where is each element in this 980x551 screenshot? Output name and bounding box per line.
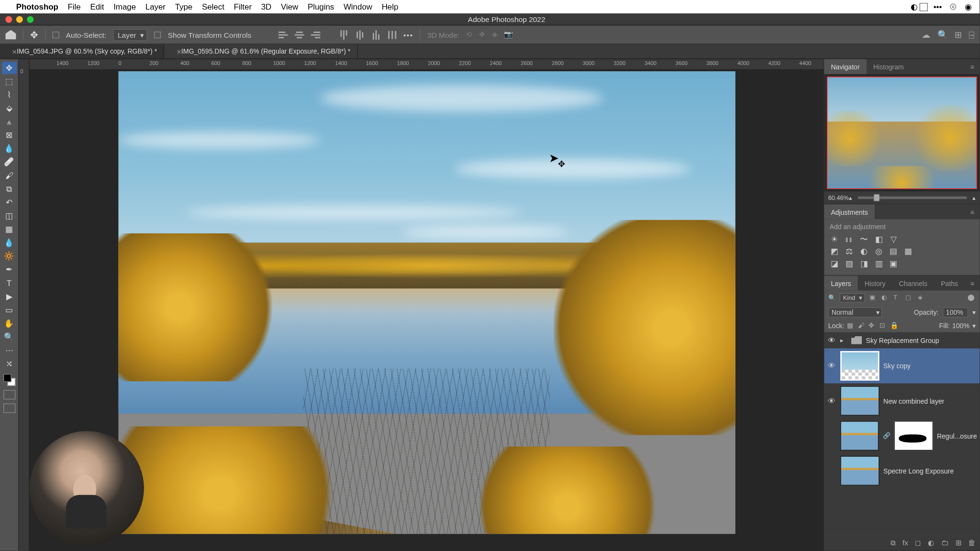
healing-brush-tool[interactable]: 🩹 — [2, 156, 17, 168]
close-tab-icon[interactable]: × — [12, 47, 17, 56]
zoom-slider[interactable] — [858, 197, 967, 199]
lock-pixels-icon[interactable]: 🖌 — [858, 321, 866, 330]
layer-mask-icon[interactable]: ◻ — [915, 539, 921, 547]
rectangle-tool[interactable]: ▭ — [2, 304, 17, 316]
share-icon[interactable]: ⍈ — [969, 30, 974, 40]
hand-tool[interactable]: ✋ — [2, 318, 17, 330]
search-icon[interactable]: 🔍 — [937, 30, 948, 40]
control-center-icon[interactable]: ⦾ — [950, 2, 957, 11]
brush-tool[interactable]: 🖌 — [2, 169, 17, 181]
filter-toggle-icon[interactable]: ⬤ — [968, 294, 976, 302]
app-name[interactable]: Photoshop — [16, 2, 58, 11]
layer-thumbnail[interactable] — [840, 456, 880, 485]
opacity-value[interactable]: 100% — [943, 307, 968, 317]
filter-type-icon[interactable]: T — [893, 294, 902, 302]
canvas-viewport[interactable]: ➤ — [30, 70, 824, 551]
layer-thumbnail[interactable] — [840, 421, 879, 451]
path-select-tool[interactable]: ▶ — [2, 290, 17, 302]
threshold-icon[interactable]: ◨ — [859, 259, 869, 268]
layer-name[interactable]: Sky copy — [883, 362, 977, 369]
siri-icon[interactable]: ◉ — [965, 2, 971, 11]
lock-position-icon[interactable]: ✥ — [869, 321, 877, 330]
history-brush-tool[interactable]: ↶ — [2, 197, 17, 209]
tab-channels[interactable]: Channels — [892, 276, 935, 290]
align-bottom-icon[interactable] — [371, 30, 380, 40]
tab-paths[interactable]: Paths — [934, 276, 965, 290]
opacity-flyout-icon[interactable]: ▾ — [972, 309, 976, 316]
fill-flyout-icon[interactable]: ▾ — [972, 322, 976, 329]
photo-filter-icon[interactable]: ◎ — [874, 247, 883, 256]
zoom-tool[interactable]: 🔍 — [2, 331, 17, 343]
frame-tool[interactable]: ⊠ — [2, 129, 17, 141]
tab-histogram[interactable]: Histogram — [867, 59, 911, 74]
invert-icon[interactable]: ◪ — [830, 259, 839, 268]
new-group-icon[interactable]: 🗀 — [941, 539, 948, 547]
exposure-icon[interactable]: ◧ — [874, 235, 883, 244]
more-icon[interactable]: ••• — [934, 2, 942, 11]
fullscreen-window-button[interactable] — [27, 16, 33, 22]
visibility-toggle-icon[interactable]: 👁 — [827, 397, 836, 405]
menu-3d[interactable]: 3D — [261, 2, 272, 11]
auto-select-dropdown[interactable]: Layer — [113, 29, 147, 41]
dodge-tool[interactable]: 🔆 — [2, 250, 17, 262]
tab-layers[interactable]: Layers — [824, 276, 858, 290]
align-left-icon[interactable] — [278, 30, 288, 40]
object-select-tool[interactable]: ⬙ — [2, 102, 17, 114]
black-white-icon[interactable]: ◐ — [859, 247, 869, 256]
menu-file[interactable]: File — [68, 2, 81, 11]
filter-pixel-icon[interactable]: ▣ — [869, 294, 878, 302]
menu-type[interactable]: Type — [175, 2, 193, 11]
tab-navigator[interactable]: Navigator — [824, 59, 866, 74]
channel-mixer-icon[interactable]: ▤ — [889, 247, 898, 256]
layer-style-icon[interactable]: fx — [902, 539, 908, 547]
more-align-icon[interactable]: ••• — [403, 31, 413, 39]
clone-stamp-tool[interactable]: ⧉ — [2, 183, 17, 195]
link-layers-icon[interactable]: ⧉ — [891, 539, 896, 547]
marquee-tool[interactable]: ⬚ — [2, 75, 17, 87]
layer-group[interactable]: 👁 ▸ Sky Replacement Group — [824, 332, 980, 349]
vibrance-icon[interactable]: ▽ — [889, 235, 898, 244]
quick-mask-icon[interactable] — [3, 390, 15, 399]
layer-spectre[interactable]: 👁 Spectre Long Exposure — [824, 453, 980, 488]
filter-smart-icon[interactable]: ◈ — [918, 294, 926, 302]
tab-adjustments[interactable]: Adjustments — [824, 204, 874, 219]
lasso-tool[interactable]: ⌇ — [2, 89, 17, 101]
zoom-in-icon[interactable]: ▴ — [972, 194, 976, 201]
cc-icon[interactable]: ◐ — [911, 2, 917, 11]
layer-mask-thumbnail[interactable] — [894, 421, 933, 451]
close-window-button[interactable] — [5, 16, 12, 22]
adjustment-layer-icon[interactable]: ◐ — [928, 539, 935, 547]
color-balance-icon[interactable]: ⚖ — [845, 247, 854, 256]
canvas-image[interactable]: ➤ — [118, 71, 735, 534]
filter-adjust-icon[interactable]: ◐ — [881, 294, 890, 302]
layer-name[interactable]: Sky Replacement Group — [866, 337, 977, 344]
gradient-tool[interactable]: ▦ — [2, 223, 17, 235]
zoom-out-icon[interactable]: ▴ — [849, 194, 852, 201]
brightness-icon[interactable]: ☀ — [830, 235, 839, 244]
document-tab-1[interactable]: × IMG_0594.JPG @ 60.5% (Sky copy, RGB/8*… — [0, 44, 165, 59]
visibility-toggle-icon[interactable]: 👁 — [827, 336, 836, 344]
menu-filter[interactable]: Filter — [234, 2, 252, 11]
menu-edit[interactable]: Edit — [90, 2, 104, 11]
pen-tool[interactable]: ✒ — [2, 264, 17, 276]
switch-colors-icon[interactable]: ⤭ — [2, 358, 17, 370]
menu-layer[interactable]: Layer — [145, 2, 166, 11]
levels-icon[interactable]: ⫾⫾ — [845, 235, 854, 244]
type-tool[interactable]: T — [2, 277, 17, 289]
align-center-h-icon[interactable] — [294, 30, 304, 40]
layer-regular-exposure[interactable]: 👁 🔗 Regul...osure — [824, 419, 980, 453]
edit-toolbar-icon[interactable]: ⋯ — [2, 344, 17, 356]
show-transform-checkbox[interactable] — [155, 31, 161, 38]
blend-mode-dropdown[interactable]: Normal — [828, 307, 882, 317]
eyedropper-tool[interactable]: 💧 — [2, 143, 17, 154]
layer-sky-copy[interactable]: 👁 Sky copy — [824, 348, 980, 383]
cloud-docs-icon[interactable]: ☁ — [922, 30, 930, 40]
layer-combined[interactable]: 👁 New combined layer — [824, 383, 980, 418]
align-right-icon[interactable] — [311, 30, 320, 40]
panel-menu-icon[interactable]: ≡ — [965, 59, 980, 74]
layer-name[interactable]: Regul...osure — [937, 432, 977, 439]
delete-layer-icon[interactable]: 🗑 — [968, 539, 975, 547]
lock-all-icon[interactable]: 🔒 — [890, 321, 898, 330]
workspace-icon[interactable]: ⊞ — [955, 30, 962, 40]
fill-value[interactable]: 100% — [952, 322, 969, 329]
